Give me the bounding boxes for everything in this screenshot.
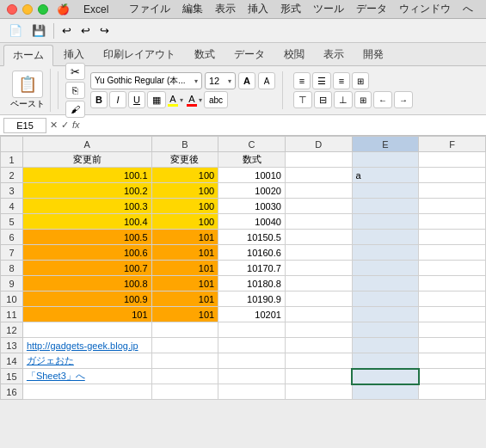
menu-insert[interactable]: 挿入 [248,2,268,16]
cell-d7[interactable] [285,245,352,261]
cell-a14[interactable]: ガジェおた [22,353,151,369]
cell-d1[interactable] [285,152,352,168]
cell-f12[interactable] [419,322,486,338]
row-num-15[interactable]: 15 [1,369,23,384]
menu-window[interactable]: ウィンドウ [399,2,451,16]
format-paint-button[interactable]: 🖌 [65,101,85,118]
cell-f14[interactable] [419,353,486,369]
cell-f6[interactable] [419,230,486,245]
cell-b10[interactable]: 101 [151,292,218,307]
undo-button[interactable]: ↩ [58,22,75,39]
row-num-7[interactable]: 7 [1,245,23,261]
cell-d16[interactable] [285,384,352,400]
row-num-5[interactable]: 5 [1,214,23,230]
row-num-3[interactable]: 3 [1,183,23,199]
col-header-d[interactable]: D [285,137,352,152]
menu-data[interactable]: データ [356,2,387,16]
cell-d12[interactable] [285,322,352,338]
cell-c12[interactable] [218,322,286,338]
cancel-formula-icon[interactable]: ✕ [50,120,58,131]
cell-f8[interactable] [419,261,486,276]
cell-a11[interactable]: 101 [22,307,151,322]
cell-b16[interactable] [151,384,218,400]
bold-button[interactable]: B [90,91,108,108]
cell-e9[interactable] [352,276,419,292]
cell-e8[interactable] [352,261,419,276]
maximize-button[interactable] [38,4,48,15]
cell-d15[interactable] [285,369,352,384]
menu-help[interactable]: へ [463,2,473,16]
cell-b6[interactable]: 101 [151,230,218,245]
cell-f11[interactable] [419,307,486,322]
cut-button[interactable]: ✂ [65,63,85,80]
cell-c11[interactable]: 10201 [218,307,286,322]
italic-button[interactable]: I [109,91,126,108]
cell-a12[interactable] [22,322,151,338]
cell-a13[interactable]: http://gadgets-geek.blog.jp [22,338,151,353]
row-num-4[interactable]: 4 [1,199,23,214]
row-num-2[interactable]: 2 [1,168,23,183]
cell-c15[interactable] [218,369,286,384]
new-button[interactable]: 📄 [5,22,26,39]
cell-c6[interactable]: 10150.5 [218,230,286,245]
font-color-button[interactable]: A [187,94,197,107]
cell-a9[interactable]: 100.8 [22,276,151,292]
cell-f9[interactable] [419,276,486,292]
cell-d5[interactable] [285,214,352,230]
cell-a15[interactable]: 「Sheet3」へ [22,369,151,384]
fill-color-button[interactable]: A [168,94,178,107]
cell-f15[interactable] [419,369,486,384]
cell-b5[interactable]: 100 [151,214,218,230]
cell-e13[interactable] [352,338,419,353]
row-num-9[interactable]: 9 [1,276,23,292]
menu-view[interactable]: 表示 [215,2,236,16]
cell-c13[interactable] [218,338,286,353]
col-header-e[interactable]: E [352,137,419,152]
cell-d3[interactable] [285,183,352,199]
cell-b4[interactable]: 100 [151,199,218,214]
cell-e5[interactable] [352,214,419,230]
cell-c16[interactable] [218,384,286,400]
cell-a2[interactable]: 100.1 [22,168,151,183]
cell-d4[interactable] [285,199,352,214]
cell-f13[interactable] [419,338,486,353]
merge-button[interactable]: ⊞ [354,91,372,108]
cell-c10[interactable]: 10190.9 [218,292,286,307]
cell-d9[interactable] [285,276,352,292]
indent-inc-button[interactable]: → [394,91,413,108]
border-button[interactable]: ▦ [147,91,166,108]
cell-d6[interactable] [285,230,352,245]
cell-b11[interactable]: 101 [151,307,218,322]
cell-e7[interactable] [352,245,419,261]
cell-b3[interactable]: 100 [151,183,218,199]
col-header-b[interactable]: B [151,137,218,152]
underline-button[interactable]: U [128,91,145,108]
row-num-8[interactable]: 8 [1,261,23,276]
cell-b9[interactable]: 101 [151,276,218,292]
row-num-11[interactable]: 11 [1,307,23,322]
cell-b15[interactable] [151,369,218,384]
cell-a3[interactable]: 100.2 [22,183,151,199]
align-center-button[interactable]: ☰ [312,72,331,89]
cell-c7[interactable]: 10160.6 [218,245,286,261]
align-right-button[interactable]: ≡ [333,72,350,89]
fx-icon[interactable]: fx [72,120,80,131]
row-num-12[interactable]: 12 [1,322,23,338]
cell-f1[interactable] [419,152,486,168]
cell-c1[interactable]: 数式 [218,152,286,168]
cell-f3[interactable] [419,183,486,199]
cell-f10[interactable] [419,292,486,307]
cell-b8[interactable]: 101 [151,261,218,276]
valign-mid-button[interactable]: ⊟ [314,91,332,108]
cell-d10[interactable] [285,292,352,307]
app-name[interactable]: Excel [83,3,108,15]
cell-e1[interactable] [352,152,419,168]
cell-d13[interactable] [285,338,352,353]
cell-e4[interactable] [352,199,419,214]
cell-e10[interactable] [352,292,419,307]
cell-c14[interactable] [218,353,286,369]
col-header-a[interactable]: A [22,137,151,152]
row-num-10[interactable]: 10 [1,292,23,307]
font-size-select[interactable]: 12 ▾ [205,72,236,89]
cell-d8[interactable] [285,261,352,276]
